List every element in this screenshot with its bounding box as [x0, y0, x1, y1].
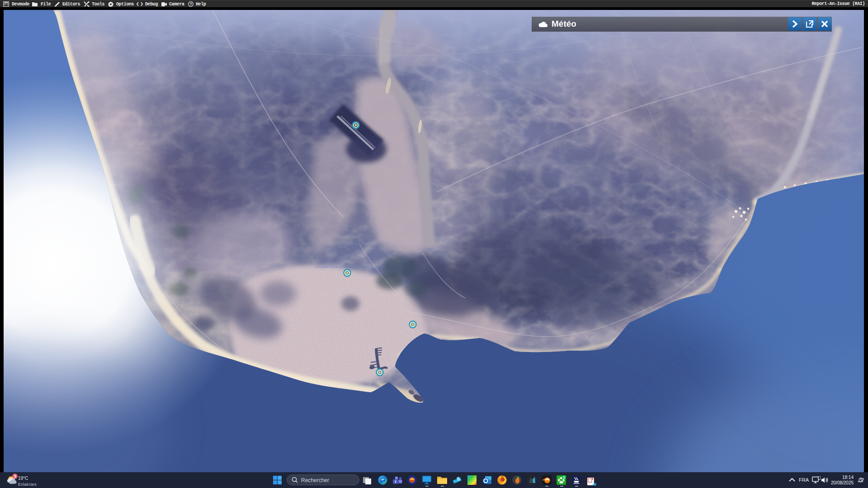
svg-text:T: T: [395, 480, 397, 484]
svg-text:?: ?: [190, 2, 192, 6]
svg-text:Hospital General Cabo San Luca: Hospital General Cabo San Lucas 6.34 NM: [316, 265, 385, 269]
svg-text:1: 1: [563, 475, 565, 479]
